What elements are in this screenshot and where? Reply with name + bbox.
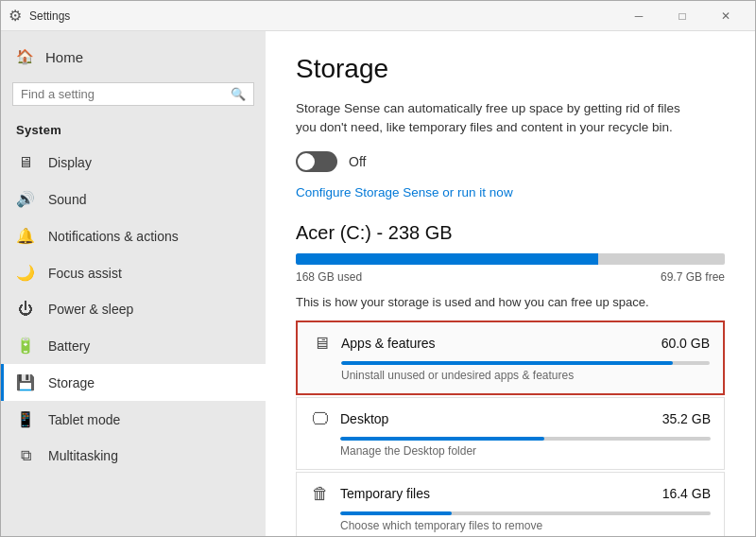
notifications-icon: 🔔 <box>16 227 35 245</box>
sidebar-item-label-notifications: Notifications & actions <box>48 229 179 244</box>
desktop-bar-fill <box>340 437 544 441</box>
storage-sense-toggle[interactable] <box>296 151 337 172</box>
sidebar-item-storage[interactable]: 💾 Storage <box>1 364 266 401</box>
storage-info-text: This is how your storage is used and how… <box>296 295 725 309</box>
sidebar-item-label-power: Power & sleep <box>48 302 133 317</box>
maximize-button[interactable]: □ <box>661 1 704 31</box>
temp-name: Temporary files <box>340 486 430 501</box>
storage-sense-description: Storage Sense can automatically free up … <box>296 99 693 138</box>
focus-icon: 🌙 <box>16 264 35 282</box>
close-button[interactable]: ✕ <box>704 1 747 31</box>
sidebar-item-focus[interactable]: 🌙 Focus assist <box>1 254 266 291</box>
search-icon: 🔍 <box>231 87 246 101</box>
desktop-icon: 🖵 <box>310 409 331 429</box>
sidebar-item-label-storage: Storage <box>48 375 94 390</box>
temp-bar <box>340 511 711 515</box>
apps-bar <box>341 361 710 365</box>
configure-storage-sense-link[interactable]: Configure Storage Sense or run it now <box>296 185 513 199</box>
multitasking-icon: ⧉ <box>16 447 35 464</box>
sidebar-item-battery[interactable]: 🔋 Battery <box>1 327 266 364</box>
sidebar-home-button[interactable]: 🏠 Home <box>1 31 266 82</box>
drive-title: Acer (C:) - 238 GB <box>296 222 725 244</box>
storage-labels: 168 GB used 69.7 GB free <box>296 270 725 284</box>
desktop-bar <box>340 437 711 441</box>
storage-item-apps[interactable]: 🖥 Apps & features 60.0 GB Uninstall unus… <box>296 320 725 395</box>
sidebar-item-label-display: Display <box>48 155 92 170</box>
home-label: Home <box>45 49 83 65</box>
main-panel: Storage Storage Sense can automatically … <box>266 31 755 536</box>
search-box[interactable]: 🔍 <box>12 82 254 106</box>
apps-desc: Uninstall unused or undesired apps & fea… <box>311 369 710 382</box>
toggle-label: Off <box>349 154 366 169</box>
used-label: 168 GB used <box>296 270 362 284</box>
display-icon: 🖥 <box>16 154 35 171</box>
sound-icon: 🔊 <box>16 190 35 208</box>
temp-icon: 🗑 <box>310 484 331 504</box>
drive-storage-bar-fill <box>296 253 598 265</box>
temp-desc: Choose which temporary files to remove <box>310 519 711 532</box>
temp-size: 16.4 GB <box>662 486 711 501</box>
sidebar-item-label-battery: Battery <box>48 338 90 354</box>
sidebar-item-tablet[interactable]: 📱 Tablet mode <box>1 401 266 438</box>
sidebar-item-label-sound: Sound <box>48 192 86 207</box>
sidebar-item-notifications[interactable]: 🔔 Notifications & actions <box>1 217 266 254</box>
temp-bar-fill <box>340 511 452 515</box>
apps-icon: 🖥 <box>311 334 332 354</box>
sidebar-item-display[interactable]: 🖥 Display <box>1 145 266 181</box>
apps-bar-fill <box>341 361 673 365</box>
sidebar-section-title: System <box>1 117 266 145</box>
desktop-name: Desktop <box>340 411 388 426</box>
title-bar: ⚙ Settings ─ □ ✕ <box>1 1 755 31</box>
settings-icon: ⚙ <box>9 7 22 25</box>
search-input[interactable] <box>21 87 231 101</box>
window-controls: ─ □ ✕ <box>617 1 747 31</box>
sidebar: 🏠 Home 🔍 System 🖥 Display 🔊 Sound 🔔 Noti… <box>1 31 266 536</box>
drive-storage-bar <box>296 253 725 265</box>
home-icon: 🏠 <box>16 48 34 65</box>
battery-icon: 🔋 <box>16 337 35 355</box>
sidebar-item-multitasking[interactable]: ⧉ Multitasking <box>1 438 266 474</box>
power-icon: ⏻ <box>16 301 35 318</box>
sidebar-item-label-focus: Focus assist <box>48 266 122 281</box>
storage-sense-toggle-row: Off <box>296 151 725 172</box>
storage-item-desktop[interactable]: 🖵 Desktop 35.2 GB Manage the Desktop fol… <box>296 397 725 470</box>
page-title: Storage <box>296 54 725 84</box>
desktop-size: 35.2 GB <box>662 411 711 426</box>
desktop-desc: Manage the Desktop folder <box>310 444 711 458</box>
toggle-knob <box>298 153 315 170</box>
storage-item-temp[interactable]: 🗑 Temporary files 16.4 GB Choose which t… <box>296 472 725 537</box>
tablet-icon: 📱 <box>16 410 35 428</box>
sidebar-item-sound[interactable]: 🔊 Sound <box>1 181 266 217</box>
apps-name: Apps & features <box>341 336 436 351</box>
free-label: 69.7 GB free <box>661 270 725 284</box>
storage-icon: 💾 <box>16 373 35 391</box>
sidebar-item-label-multitasking: Multitasking <box>48 448 118 463</box>
title-bar-title: Settings <box>29 9 70 23</box>
minimize-button[interactable]: ─ <box>617 1 661 31</box>
apps-size: 60.0 GB <box>662 336 710 351</box>
sidebar-item-label-tablet: Tablet mode <box>48 412 120 427</box>
sidebar-item-power[interactable]: ⏻ Power & sleep <box>1 291 266 327</box>
